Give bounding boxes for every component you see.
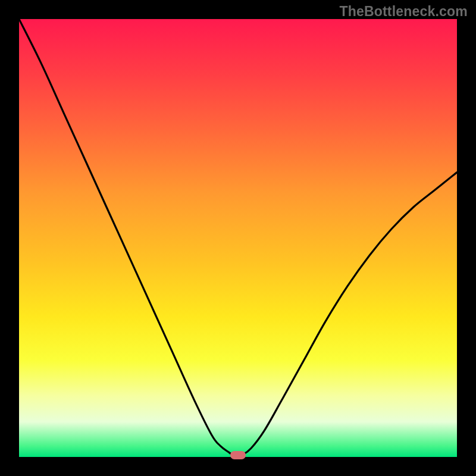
plot-area <box>19 19 457 457</box>
bottleneck-curve <box>19 19 457 457</box>
chart-frame: TheBottleneck.com <box>0 0 476 476</box>
watermark-text: TheBottleneck.com <box>339 4 468 20</box>
optimum-marker <box>230 451 246 459</box>
